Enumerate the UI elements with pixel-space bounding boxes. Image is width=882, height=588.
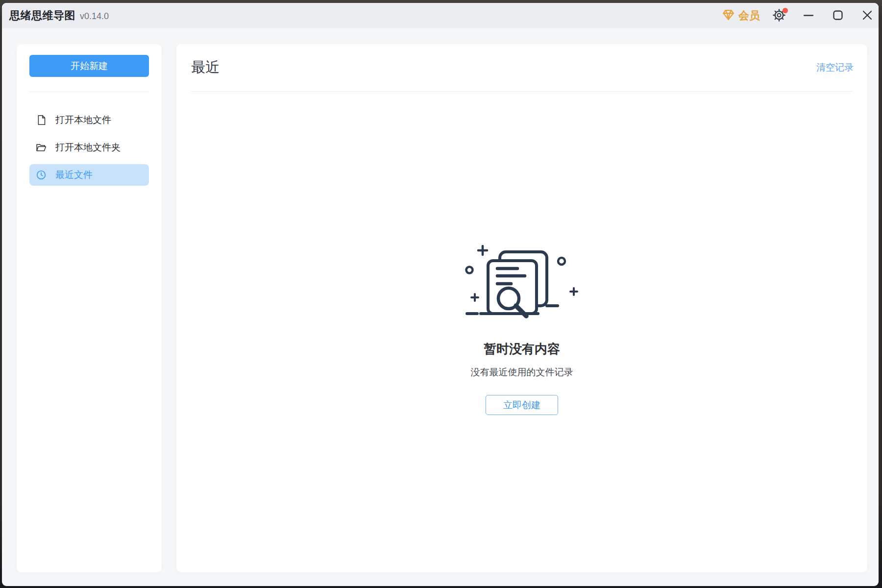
- sidebar-item-recent-files[interactable]: 最近文件: [29, 164, 149, 186]
- minimize-button[interactable]: [801, 8, 816, 23]
- desktop-background: 思绪思维导图 v0.14.0 会员: [0, 0, 882, 588]
- sidebar-item-label: 打开本地文件: [55, 114, 111, 126]
- app-window: 思绪思维导图 v0.14.0 会员: [2, 3, 879, 586]
- vip-label: 会员: [738, 8, 760, 23]
- create-new-button[interactable]: 开始新建: [29, 55, 149, 77]
- sidebar-item-open-local-file[interactable]: 打开本地文件: [29, 109, 149, 131]
- clock-icon: [36, 170, 47, 180]
- header-divider: [191, 91, 854, 92]
- page-title: 最近: [191, 58, 220, 77]
- maximize-icon: [832, 9, 844, 23]
- sidebar: 开始新建 打开本地文件: [17, 44, 162, 572]
- app-title: 思绪思维导图: [9, 8, 75, 23]
- clear-records-link[interactable]: 清空记录: [816, 61, 854, 74]
- notification-badge: [783, 8, 788, 13]
- main-panel: 最近 清空记录: [176, 44, 867, 572]
- main-header: 最近 清空记录: [176, 44, 867, 91]
- file-icon: [36, 114, 47, 126]
- maximize-button[interactable]: [831, 8, 845, 23]
- vip-membership-button[interactable]: 会员: [722, 8, 760, 23]
- app-version: v0.14.0: [80, 11, 109, 22]
- empty-state-subtitle: 没有最近使用的文件记录: [471, 366, 573, 379]
- titlebar[interactable]: 思绪思维导图 v0.14.0 会员: [2, 3, 879, 28]
- empty-state: 暂时没有内容 没有最近使用的文件记录 立即创建: [176, 245, 867, 415]
- documents-search-illustration: [465, 245, 580, 321]
- sidebar-item-label: 最近文件: [55, 169, 93, 181]
- titlebar-controls: 会员: [722, 8, 875, 23]
- empty-state-title: 暂时没有内容: [484, 341, 560, 358]
- sidebar-divider: [29, 92, 149, 92]
- settings-button[interactable]: [772, 8, 786, 23]
- minimize-icon: [802, 9, 815, 23]
- sidebar-item-label: 打开本地文件夹: [55, 141, 121, 154]
- close-button[interactable]: [860, 8, 875, 23]
- create-now-button[interactable]: 立即创建: [486, 395, 558, 415]
- app-identity: 思绪思维导图 v0.14.0: [9, 8, 109, 23]
- sidebar-item-open-local-folder[interactable]: 打开本地文件夹: [29, 137, 149, 158]
- diamond-gem-icon: [722, 8, 735, 23]
- sidebar-nav: 打开本地文件 打开本地文件夹: [29, 109, 149, 186]
- close-icon: [861, 9, 874, 23]
- folder-open-icon: [36, 142, 47, 153]
